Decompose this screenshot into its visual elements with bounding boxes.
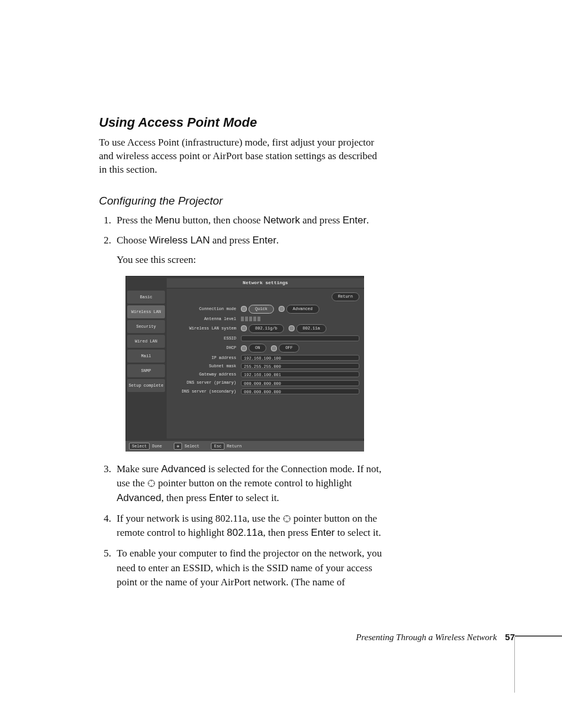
label-gateway: Gateway address (171, 371, 241, 377)
footer-done: Done (152, 444, 162, 449)
subnet-mask-input[interactable]: 255.255.255.000 (241, 363, 359, 369)
enter-label: Enter (311, 527, 335, 538)
footer-select: Select (184, 444, 199, 449)
label-ip-address: IP address (171, 355, 241, 361)
select-key-icon: Select (129, 443, 150, 450)
dns-primary-input[interactable]: 000.000.000.000 (241, 380, 359, 386)
document-page: Using Access Point Mode To use Access Po… (0, 0, 562, 728)
tab-setup-complete[interactable]: Setup complete (127, 379, 165, 392)
screenshot-footer: SelectDone ✥Select EscReturn (125, 441, 364, 452)
step-4: If your network is using 802.11a, use th… (114, 512, 391, 541)
section-heading: Using Access Point Mode (99, 115, 459, 130)
page-footer: Presenting Through a Wireless Network57 (356, 632, 515, 643)
advanced-label: Advanced (161, 463, 206, 475)
projector-menu-screenshot: Network settings Basic Wireless LAN Secu… (125, 276, 364, 452)
protocol-label: 802.11a (227, 527, 263, 538)
network-label: Network (263, 215, 300, 226)
esc-key-icon: Esc (211, 443, 224, 450)
option-802-11a[interactable]: 802.11a (296, 324, 326, 333)
radio-icon (289, 325, 295, 331)
tab-security[interactable]: Security (127, 320, 165, 333)
menu-label: Menu (155, 215, 180, 226)
step-2: Choose Wireless LAN and press Enter. You… (114, 233, 391, 451)
pointer-circle-icon (283, 515, 291, 523)
footer-page-number: 57 (505, 632, 515, 642)
screenshot-sidebar: Basic Wireless LAN Security Wired LAN Ma… (125, 289, 167, 439)
label-dns-primary: DNS server (primary) (171, 380, 241, 386)
you-see-this-screen: You see this screen: (117, 253, 391, 268)
option-dhcp-off[interactable]: OFF (279, 344, 299, 353)
return-button[interactable]: Return (332, 292, 359, 301)
label-subnet-mask: Subnet mask (171, 363, 241, 369)
radio-icon (279, 306, 285, 312)
step-1: Press the Menu button, then choose Netwo… (114, 213, 391, 228)
radio-icon (241, 306, 247, 312)
label-wlan-system: Wireless LAN system (171, 325, 241, 331)
option-advanced[interactable]: Advanced (286, 305, 319, 314)
tab-basic[interactable]: Basic (127, 291, 165, 304)
tab-mail[interactable]: Mail (127, 350, 165, 363)
advanced-label: Advanced (117, 492, 161, 503)
dpad-key-icon: ✥ (174, 443, 182, 450)
screenshot-title: Network settings (167, 278, 364, 288)
radio-icon (271, 345, 277, 351)
wireless-lan-label: Wireless LAN (149, 235, 210, 246)
steps-list: Press the Menu button, then choose Netwo… (99, 213, 391, 590)
label-essid: ESSID (171, 335, 241, 341)
step-5: To enable your computer to find the proj… (114, 546, 391, 590)
label-antenna-level: Antenna level (171, 316, 241, 322)
label-dns-secondary: DNS server (secondary) (171, 388, 241, 394)
label-connection-mode: Connection mode (171, 306, 241, 312)
footer-rule (515, 635, 562, 637)
gateway-input[interactable]: 192.168.100.001 (241, 371, 359, 377)
dns-secondary-input[interactable]: 000.000.000.000 (241, 388, 359, 394)
footer-section-name: Presenting Through a Wireless Network (356, 633, 497, 642)
option-quick[interactable]: Quick (249, 305, 274, 314)
screenshot-main: Return Connection mode Quick Advanced An… (167, 289, 364, 439)
footer-vertical-line (514, 637, 515, 693)
label-dhcp: DHCP (171, 345, 241, 351)
radio-icon (241, 345, 247, 351)
ip-address-input[interactable]: 192.168.100.100 (241, 355, 359, 361)
enter-label: Enter (342, 215, 366, 226)
tab-wired-lan[interactable]: Wired LAN (127, 335, 165, 348)
enter-label: Enter (252, 235, 276, 246)
step-3: Make sure Advanced is selected for the C… (114, 462, 391, 506)
enter-label: Enter (209, 492, 233, 503)
option-dhcp-on[interactable]: ON (249, 344, 266, 353)
subsection-heading: Configuring the Projector (99, 195, 459, 207)
antenna-bars-icon (241, 317, 260, 321)
pointer-circle-icon (147, 479, 156, 487)
footer-return: Return (227, 444, 242, 449)
radio-icon (241, 325, 247, 331)
tab-wireless-lan[interactable]: Wireless LAN (127, 305, 165, 318)
essid-input[interactable] (241, 335, 359, 341)
option-802-11gb[interactable]: 802.11g/b (249, 324, 284, 333)
intro-paragraph: To use Access Point (infrastructure) mod… (99, 136, 382, 177)
tab-snmp[interactable]: SNMP (127, 364, 165, 377)
